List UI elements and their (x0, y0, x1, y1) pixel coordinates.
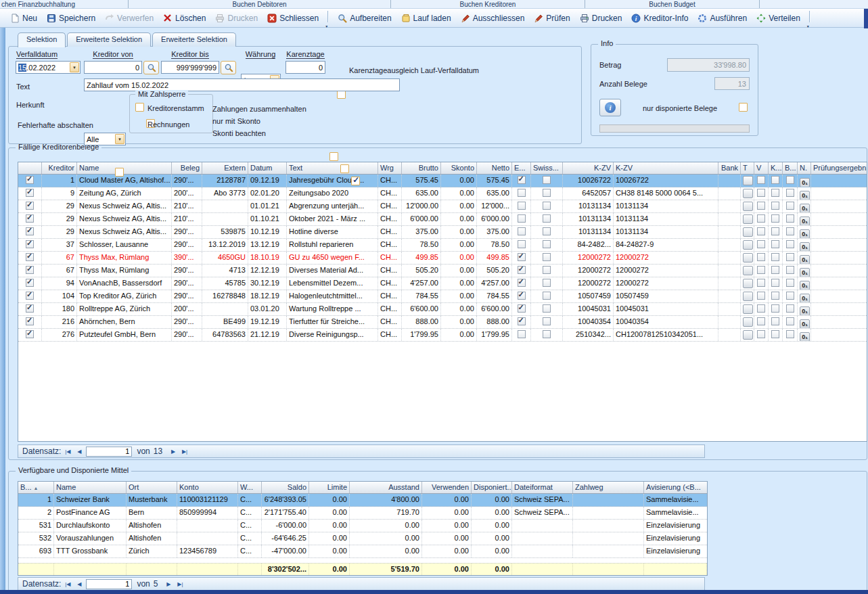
verteilen-button[interactable]: Verteilen (752, 12, 805, 24)
beleg-notiz-icon[interactable]: 0₁ (800, 255, 810, 264)
mittel-row[interactable]: 532 Vorauszahlungen Altishofen C... -64'… (18, 532, 707, 545)
beleg-notiz-icon[interactable]: 0₁ (800, 306, 810, 315)
beleg-row[interactable]: 216 Ahörnchen, Bern 290'... BE499 19.12.… (18, 316, 867, 329)
verfalldatum-dropdown-button[interactable]: ▼ (70, 62, 79, 72)
swiss-checkbox[interactable] (543, 240, 551, 248)
tab-erweiterte-selektion[interactable]: Erweiterte Selektion (67, 32, 151, 47)
schliessen-button[interactable]: Schliessen (262, 12, 323, 24)
column-header-kzv1[interactable]: K-ZV (563, 162, 614, 174)
column-header-select[interactable] (18, 162, 42, 174)
t-button[interactable] (743, 266, 753, 275)
column-header-brutto[interactable]: Brutto (402, 162, 441, 174)
aufbereiten-button[interactable]: Aufbereiten (333, 12, 396, 24)
t-button[interactable] (743, 253, 753, 262)
v-checkbox[interactable] (757, 189, 765, 197)
esr-checkbox[interactable] (518, 240, 526, 248)
beleg-notiz-icon[interactable]: 0₁ (800, 216, 810, 225)
first-record-button[interactable]: |◀ (63, 581, 72, 587)
esr-checkbox[interactable] (518, 214, 526, 223)
column-header-w[interactable]: W... (238, 482, 262, 493)
swiss-checkbox[interactable] (543, 304, 551, 313)
b-checkbox[interactable] (786, 330, 794, 338)
column-header-ausstand[interactable]: Ausstand (350, 482, 422, 493)
b-checkbox[interactable] (786, 292, 794, 300)
beleg-notiz-icon[interactable]: 0₁ (800, 178, 810, 187)
beleg-row[interactable]: 67 Thyss Max, Rümlang 390'... 4650GU 18.… (18, 252, 867, 265)
column-header-limite[interactable]: Limite (309, 482, 350, 493)
beleg-notiz-icon[interactable]: 0₁ (800, 332, 810, 341)
k-checkbox[interactable] (771, 266, 779, 274)
esr-checkbox[interactable] (518, 330, 526, 338)
v-checkbox[interactable] (757, 202, 765, 210)
verfalldatum-input[interactable]: 15.02.2022 ▼ (16, 61, 81, 74)
tab-erweiterte-selektion[interactable]: Erweiterte Selektion (152, 32, 236, 47)
swiss-checkbox[interactable] (543, 317, 551, 325)
kreditorenstamm-checkbox[interactable] (135, 103, 144, 112)
k-checkbox[interactable] (771, 253, 779, 261)
beleg-notiz-icon[interactable]: 0₁ (800, 281, 810, 290)
swiss-checkbox[interactable] (543, 227, 551, 235)
text-input[interactable]: Zahllauf vom 15.02.2022 (84, 78, 400, 91)
beleg-row[interactable]: 9 Zeitung AG, Zürich 200'... Abo 3773 02… (18, 187, 867, 200)
herkunft-dropdown-button[interactable]: ▼ (115, 134, 124, 144)
row-select-checkbox[interactable] (26, 240, 34, 248)
v-checkbox[interactable] (757, 330, 765, 338)
beleg-row[interactable]: 180 Rolltreppe AG, Zürich 200'... 03.01.… (18, 303, 867, 316)
t-button[interactable] (743, 176, 753, 185)
b-checkbox[interactable] (786, 214, 794, 223)
t-button[interactable] (743, 189, 753, 198)
b-checkbox[interactable] (786, 240, 794, 248)
kreditor-von-lookup-button[interactable] (143, 61, 159, 74)
row-select-checkbox[interactable] (26, 214, 34, 223)
column-header-zahlweg[interactable]: Zahlweg (573, 482, 644, 493)
b-checkbox[interactable] (786, 227, 794, 235)
esr-checkbox[interactable] (518, 189, 526, 197)
zusammenhalten-checkbox[interactable] (329, 152, 338, 161)
row-select-checkbox[interactable] (26, 176, 34, 184)
info-button[interactable]: i (599, 99, 621, 116)
column-header-konto[interactable]: Konto (177, 482, 238, 493)
column-header-swiss[interactable]: Swiss... (531, 162, 563, 174)
column-header-verwenden[interactable]: Verwenden (422, 482, 472, 493)
column-header-b[interactable]: B...▲ (18, 482, 54, 493)
beleg-row[interactable]: 29 Nexus Schweiz AG, Altis... 290'... 53… (18, 226, 867, 239)
esr-checkbox[interactable] (518, 266, 526, 274)
ausschliessen-button[interactable]: Ausschliessen (456, 12, 530, 24)
kreditor-bis-input[interactable]: 999'999'999 (161, 61, 219, 74)
t-button[interactable] (743, 214, 753, 224)
fehlerhafte-checkbox[interactable] (115, 168, 124, 177)
v-checkbox[interactable] (757, 292, 765, 300)
neu-button[interactable]: Neu (5, 12, 42, 24)
column-header-b[interactable]: B... (783, 162, 798, 174)
row-select-checkbox[interactable] (26, 189, 34, 197)
swiss-checkbox[interactable] (543, 202, 551, 210)
column-header-avisierung[interactable]: Avisierung (<B... (644, 482, 707, 493)
skonti-beachten-checkbox[interactable] (351, 177, 360, 185)
ausführen-button[interactable]: Ausführen (693, 12, 752, 24)
column-header-beleg[interactable]: Beleg (172, 162, 202, 174)
t-button[interactable] (743, 202, 753, 211)
column-header-n[interactable]: N. (798, 162, 811, 174)
beleg-notiz-icon[interactable]: 0₁ (800, 191, 810, 200)
swiss-checkbox[interactable] (543, 214, 551, 223)
esr-checkbox[interactable] (518, 304, 526, 313)
k-checkbox[interactable] (771, 330, 779, 338)
top-tab[interactable]: Buchen Budget (585, 0, 760, 8)
row-select-checkbox[interactable] (26, 266, 34, 274)
tab-selektion[interactable]: Selektion (18, 32, 66, 47)
mittel-row[interactable]: 2 PostFinance AG Bern 850999994 C... 2'1… (18, 507, 707, 520)
beleg-row[interactable]: 29 Nexus Schweiz AG, Altis... 210'... 01… (18, 200, 867, 213)
top-tab[interactable]: Buchen Debitoren (129, 0, 391, 8)
t-button[interactable] (743, 279, 753, 288)
column-header-ort[interactable]: Ort (127, 482, 177, 493)
b-checkbox[interactable] (786, 317, 794, 325)
esr-checkbox[interactable] (518, 292, 526, 300)
beleg-notiz-icon[interactable]: 0₁ (800, 294, 810, 302)
k-checkbox[interactable] (771, 279, 779, 287)
k-checkbox[interactable] (771, 292, 779, 300)
beleg-notiz-icon[interactable]: 0₁ (800, 229, 810, 238)
kreditor-info-button[interactable]: iKreditor-Info (626, 12, 693, 24)
swiss-checkbox[interactable] (543, 176, 551, 184)
k-checkbox[interactable] (771, 202, 779, 210)
column-header-kreditor[interactable]: Kreditor (42, 162, 77, 174)
